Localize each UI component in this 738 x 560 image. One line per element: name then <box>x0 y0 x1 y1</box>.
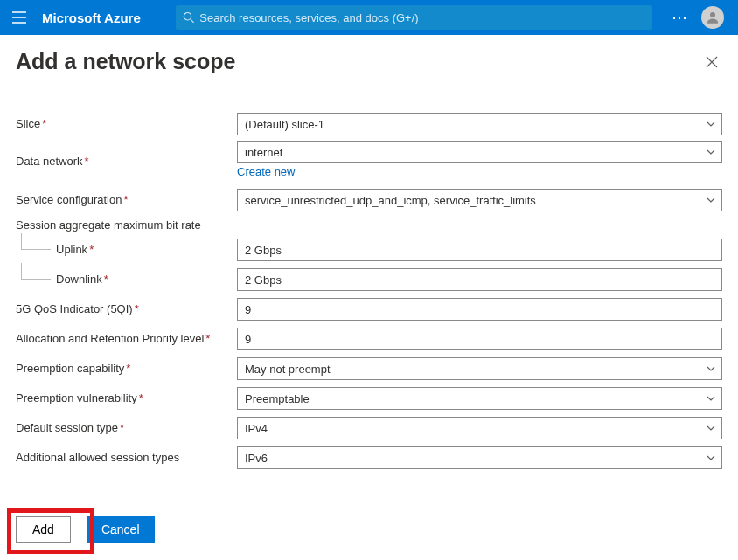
azure-topbar: Microsoft Azure ⋯ <box>0 0 738 35</box>
label-preempt-vuln: Preemption vulnerability* <box>16 391 237 406</box>
footer: Add Cancel <box>0 506 171 560</box>
chevron-down-icon <box>706 147 716 157</box>
label-default-session: Default session type* <box>16 421 237 436</box>
service-config-select[interactable]: service_unrestricted_udp_and_icmp, servi… <box>237 189 722 211</box>
slice-select[interactable]: (Default) slice-1 <box>237 113 722 135</box>
global-search[interactable] <box>176 5 652 30</box>
preempt-vuln-select[interactable]: Preemptable <box>237 387 722 410</box>
label-data-network: Data network* <box>16 155 237 169</box>
brand-label: Microsoft Azure <box>42 10 141 25</box>
label-preempt-cap: Preemption capability* <box>16 362 237 377</box>
user-avatar[interactable] <box>701 6 724 29</box>
chevron-down-icon <box>706 393 716 404</box>
form-area: Slice* (Default) slice-1 Data network* i… <box>0 78 738 471</box>
data-network-select[interactable]: internet <box>237 141 722 163</box>
qos-input[interactable] <box>237 298 722 321</box>
add-button[interactable]: Add <box>16 516 71 543</box>
arp-input[interactable] <box>237 328 722 350</box>
label-qos: 5G QoS Indicator (5QI)* <box>16 302 237 317</box>
label-uplink: Uplink* <box>16 243 237 258</box>
label-session-agg: Session aggregate maximum bit rate <box>16 218 722 232</box>
uplink-input[interactable] <box>237 239 722 261</box>
create-new-link[interactable]: Create new <box>237 165 295 178</box>
label-arp: Allocation and Retention Priority level* <box>16 332 237 347</box>
svg-point-0 <box>184 13 191 20</box>
default-session-select[interactable]: IPv4 <box>237 417 722 439</box>
close-icon[interactable] <box>705 55 719 69</box>
search-input[interactable] <box>199 11 645 24</box>
label-additional-session: Additional allowed session types <box>16 451 237 466</box>
svg-line-1 <box>191 19 194 23</box>
page-title: Add a network scope <box>16 49 235 74</box>
svg-point-2 <box>710 12 715 17</box>
label-slice: Slice* <box>16 117 237 132</box>
cancel-button[interactable]: Cancel <box>87 516 155 543</box>
more-icon[interactable]: ⋯ <box>672 8 689 27</box>
label-service-config: Service configuration* <box>16 193 237 208</box>
additional-session-select[interactable]: IPv6 <box>237 446 722 469</box>
chevron-down-icon <box>706 195 716 205</box>
page-header: Add a network scope <box>0 35 738 78</box>
hamburger-icon[interactable] <box>9 7 30 28</box>
downlink-input[interactable] <box>237 268 722 291</box>
search-icon <box>183 11 194 24</box>
preempt-cap-select[interactable]: May not preempt <box>237 357 722 380</box>
label-downlink: Downlink* <box>16 273 237 287</box>
chevron-down-icon <box>706 119 716 129</box>
chevron-down-icon <box>706 363 716 374</box>
chevron-down-icon <box>706 423 716 433</box>
chevron-down-icon <box>706 453 716 463</box>
